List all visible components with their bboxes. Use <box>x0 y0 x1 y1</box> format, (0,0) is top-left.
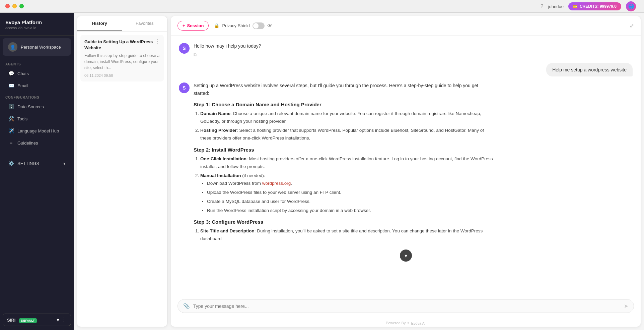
lock-icon: 🔒 <box>214 23 219 28</box>
scroll-down-button[interactable]: ▾ <box>400 250 412 262</box>
email-label: Email <box>17 83 28 88</box>
step-1-item-1: Domain Name: Choose a unique and relevan… <box>200 110 495 125</box>
message-user-request: Help me setup a wordpress website <box>179 63 633 76</box>
bot-avatar: S <box>179 43 190 54</box>
copy-area: ⧉ <box>194 52 633 58</box>
expand-icon[interactable]: ⤢ <box>630 22 634 29</box>
personal-workspace-item[interactable]: 👤 Personal Workspace <box>3 38 71 56</box>
configurations-section-label: CONFIGURATIONS <box>0 92 74 101</box>
chat-item-date: 06.11.2024 09:58 <box>84 73 160 77</box>
privacy-toggle[interactable] <box>253 22 265 29</box>
sidebar: Evoya Platform access via avaia.io 👤 Per… <box>0 13 74 330</box>
powered-by-text: Powered By <box>386 321 407 325</box>
step-3-item-1: Site Title and Description: During insta… <box>200 227 495 243</box>
brand-subtitle: access via avaia.io <box>5 26 68 30</box>
data-sources-label: Data Sources <box>17 104 44 109</box>
chat-input[interactable] <box>193 304 621 309</box>
step-3-heading: Step 3: Configure WordPress <box>194 219 495 225</box>
minimize-button[interactable] <box>12 4 17 8</box>
chat-history-item[interactable]: ⋮ Guide to Setting Up a WordPress Websit… <box>80 35 164 81</box>
guidelines-label: Guidelines <box>17 141 38 146</box>
step-2-item-2: Manual Installation (if needed): Downloa… <box>200 172 495 215</box>
app-container: Evoya Platform access via avaia.io 👤 Per… <box>0 13 644 330</box>
step-1-list: Domain Name: Choose a unique and relevan… <box>200 110 495 142</box>
bot-intro-text: Setting up a WordPress website involves … <box>194 82 495 97</box>
settings-section[interactable]: ⚙️ SETTINGS ▾ <box>3 158 71 169</box>
main-content: History Favorites ⋮ Guide to Setting Up … <box>74 13 644 330</box>
agent-menu-icon[interactable]: ⋮ <box>61 317 67 323</box>
attach-icon[interactable]: 📎 <box>183 303 190 309</box>
settings-label: SETTINGS <box>17 161 39 166</box>
sub-item-4: Run the WordPress installation script by… <box>207 207 495 215</box>
history-list: ⋮ Guide to Setting Up a WordPress Websit… <box>77 32 167 327</box>
message-bot-greeting: S Hello how may i help you today? ⧉ <box>179 42 633 58</box>
credits-button[interactable]: 💳 CREDITS: 999979.0 <box>568 2 621 10</box>
eye-icon[interactable]: 👁 <box>267 23 273 29</box>
step-1-heading: Step 1: Choose a Domain Name and Hosting… <box>194 102 495 107</box>
settings-chevron-icon: ▾ <box>63 161 66 166</box>
privacy-shield-label: Privacy Shield <box>222 23 249 28</box>
session-button[interactable]: + Session <box>177 21 209 31</box>
powered-by-logo: ✦ Evoya AI <box>407 321 425 325</box>
history-panel: History Favorites ⋮ Guide to Setting Up … <box>77 16 167 327</box>
evoya-name: Evoya AI <box>411 321 425 325</box>
settings-gear-icon: ⚙️ <box>8 161 14 166</box>
settings-left: ⚙️ SETTINGS <box>8 161 39 166</box>
brand-name: Evoya Platform <box>5 19 68 25</box>
sidebar-item-guidelines[interactable]: ≡ Guidelines <box>3 137 71 149</box>
privacy-shield-group: 🔒 Privacy Shield 👁 <box>214 22 272 29</box>
powered-by: Powered By ✦ Evoya AI <box>171 318 641 327</box>
agent-name: SIRI <box>7 318 15 323</box>
help-icon[interactable]: ? <box>541 3 544 9</box>
chat-messages: S Hello how may i help you today? ⧉ Help… <box>171 36 641 295</box>
username-label: johndoe <box>548 4 564 9</box>
sub-item-2: Upload the WordPress files to your web s… <box>207 189 495 197</box>
chats-icon: 💬 <box>8 71 14 76</box>
history-tabs: History Favorites <box>77 16 167 32</box>
close-button[interactable] <box>5 4 10 8</box>
bot-response-content: Setting up a WordPress website involves … <box>194 82 495 244</box>
send-icon[interactable]: ➤ <box>624 303 628 309</box>
agent-selector[interactable]: SIRI DEFAULT ▾ ⋮ <box>3 314 71 326</box>
brand-area: Evoya Platform access via avaia.io <box>0 13 74 36</box>
agents-section-label: AGENTS <box>0 58 74 67</box>
copy-icon[interactable]: ⧉ <box>194 52 197 57</box>
step-3-list: Site Title and Description: During insta… <box>200 227 495 243</box>
user-message-bubble: Help me setup a wordpress website <box>546 63 633 76</box>
sidebar-item-chats[interactable]: 💬 Chats <box>3 68 71 79</box>
sub-item-3: Create a MySQL database and user for Wor… <box>207 198 495 206</box>
bot-greeting-text: Hello how may i help you today? <box>194 42 633 50</box>
sidebar-item-data-sources[interactable]: 🗄️ Data Sources <box>3 101 71 112</box>
workspace-avatar: 👤 <box>8 42 17 52</box>
agent-chevron-icon: ▾ <box>57 317 59 323</box>
agent-selector-right: ▾ ⋮ <box>57 317 67 323</box>
language-model-label: Language Model Hub <box>17 128 59 133</box>
tab-history[interactable]: History <box>77 16 122 31</box>
chat-item-excerpt: Follow this step-by-step guide to choose… <box>84 53 160 71</box>
sidebar-item-language-model-hub[interactable]: ✈️ Language Model Hub <box>3 125 71 136</box>
chat-area: + Session 🔒 Privacy Shield 👁 ⤢ <box>171 16 641 327</box>
step-2-list: One-Click Installation: Most hosting pro… <box>200 155 495 215</box>
credits-icon: 💳 <box>573 4 578 9</box>
chat-item-title: Guide to Setting Up a WordPress Website <box>84 39 160 51</box>
language-model-icon: ✈️ <box>8 128 14 133</box>
step-1-item-2: Hosting Provider: Select a hosting provi… <box>200 127 495 142</box>
agent-default-badge: DEFAULT <box>19 318 37 323</box>
maximize-button[interactable] <box>19 4 24 8</box>
chat-input-box: 📎 ➤ <box>177 299 634 313</box>
tools-icon: 🛠️ <box>8 116 14 121</box>
sidebar-item-tools[interactable]: 🛠️ Tools <box>3 113 71 124</box>
sidebar-item-email[interactable]: ✉️ Email <box>3 80 71 91</box>
agent-info: SIRI DEFAULT <box>7 317 37 323</box>
step-2-item-1: One-Click Installation: Most hosting pro… <box>200 155 495 171</box>
chats-label: Chats <box>17 71 29 76</box>
globe-button[interactable]: 🌐 <box>626 1 636 11</box>
data-sources-icon: 🗄️ <box>8 104 14 109</box>
guidelines-icon: ≡ <box>8 140 14 146</box>
tab-favorites[interactable]: Favorites <box>122 16 167 31</box>
tools-label: Tools <box>17 116 27 121</box>
wordpress-link[interactable]: wordpress.org <box>262 181 291 186</box>
chat-item-menu-icon[interactable]: ⋮ <box>155 38 160 45</box>
evoya-dot-icon: ✦ <box>407 321 410 325</box>
chat-header: + Session 🔒 Privacy Shield 👁 ⤢ <box>171 16 641 36</box>
